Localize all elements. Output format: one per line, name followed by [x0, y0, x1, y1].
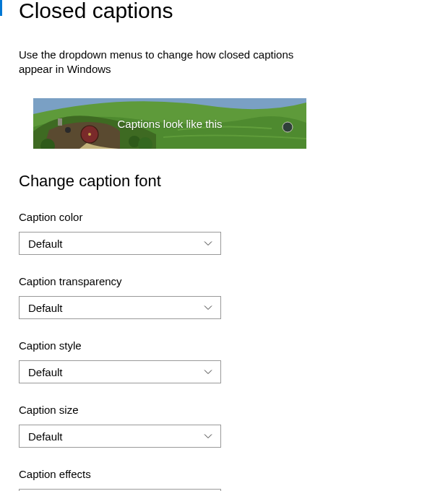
- page-description: Use the dropdown menus to change how clo…: [19, 48, 329, 77]
- dropdown-value-caption-color: Default: [28, 238, 63, 250]
- chevron-down-icon: [203, 303, 213, 313]
- caption-preview-container: Captions look like this: [33, 98, 448, 149]
- svg-point-3: [88, 133, 91, 136]
- field-caption-style: Caption style Default: [19, 339, 448, 383]
- closed-captions-page: Closed captions Use the dropdown menus t…: [0, 0, 448, 491]
- dropdown-value-caption-transparency: Default: [28, 302, 63, 314]
- label-caption-color: Caption color: [19, 211, 448, 223]
- field-caption-color: Caption color Default: [19, 211, 448, 255]
- dropdown-caption-style[interactable]: Default: [19, 360, 221, 383]
- label-caption-size: Caption size: [19, 404, 448, 416]
- caption-preview: Captions look like this: [33, 98, 306, 149]
- dropdown-value-caption-size: Default: [28, 430, 63, 443]
- field-caption-effects: Caption effects Default: [19, 468, 448, 491]
- label-caption-transparency: Caption transparency: [19, 275, 448, 287]
- dropdown-caption-transparency[interactable]: Default: [19, 296, 221, 319]
- dropdown-caption-size[interactable]: Default: [19, 425, 221, 448]
- dropdown-value-caption-style: Default: [28, 366, 63, 378]
- preview-caption-text: Captions look like this: [117, 118, 222, 130]
- chevron-down-icon: [203, 238, 213, 248]
- chevron-down-icon: [203, 431, 213, 441]
- svg-point-4: [65, 127, 71, 133]
- label-caption-effects: Caption effects: [19, 468, 448, 480]
- chevron-down-icon: [203, 367, 213, 377]
- dropdown-caption-color[interactable]: Default: [19, 232, 221, 255]
- label-caption-style: Caption style: [19, 339, 448, 352]
- page-title: Closed captions: [19, 0, 448, 22]
- field-caption-size: Caption size Default: [19, 404, 448, 448]
- section-title-change-caption-font: Change caption font: [19, 172, 448, 191]
- svg-rect-5: [58, 118, 62, 126]
- field-caption-transparency: Caption transparency Default: [19, 275, 448, 319]
- left-accent-bar: [0, 0, 2, 16]
